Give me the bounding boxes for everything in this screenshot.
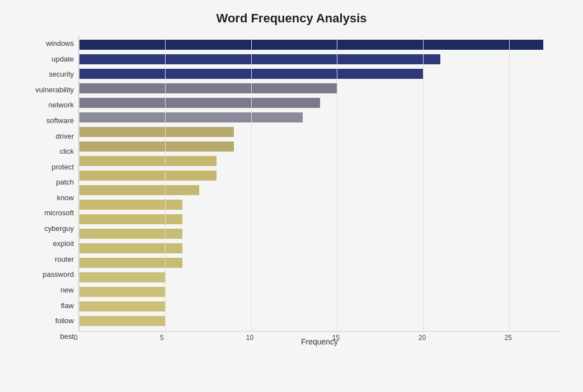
y-label: update bbox=[51, 52, 74, 65]
bar bbox=[79, 200, 182, 210]
bar bbox=[79, 156, 217, 166]
chart-title: Word Frequency Analysis bbox=[22, 11, 561, 26]
bar bbox=[79, 316, 165, 326]
grid-line bbox=[337, 36, 337, 331]
bar-row bbox=[79, 169, 561, 182]
bar bbox=[79, 272, 165, 282]
bar bbox=[79, 127, 234, 137]
grid-line bbox=[79, 36, 79, 331]
bars-region bbox=[78, 36, 561, 332]
grid-line bbox=[509, 36, 510, 331]
chart-container: Word Frequency Analysis windowsupdatesec… bbox=[0, 0, 583, 392]
y-label: new bbox=[60, 284, 74, 297]
bar bbox=[79, 171, 217, 181]
bar bbox=[79, 258, 182, 268]
y-label: know bbox=[57, 191, 74, 204]
bar-row bbox=[79, 314, 561, 328]
y-label: best bbox=[60, 329, 74, 343]
bar bbox=[79, 98, 320, 108]
y-label: follow bbox=[55, 314, 74, 328]
chart-area: windowsupdatesecurityvulnerabilitynetwor… bbox=[22, 36, 561, 344]
bar bbox=[79, 54, 440, 64]
y-label: windows bbox=[46, 37, 74, 50]
bar bbox=[79, 301, 165, 311]
bars-and-x: 0510152025 Frequency bbox=[78, 36, 561, 344]
grid-line bbox=[423, 36, 424, 331]
y-label: patch bbox=[56, 176, 74, 189]
bar-row bbox=[79, 53, 561, 66]
y-label: click bbox=[60, 145, 74, 158]
bar-row bbox=[79, 96, 561, 110]
bar-row bbox=[79, 82, 561, 95]
y-label: password bbox=[43, 268, 74, 281]
bar-row bbox=[79, 242, 561, 255]
bar-row bbox=[79, 227, 561, 240]
bar-row bbox=[79, 256, 561, 270]
bar-row bbox=[79, 38, 561, 51]
bar-row bbox=[79, 212, 561, 226]
y-label: driver bbox=[55, 129, 74, 143]
y-label: security bbox=[49, 68, 74, 81]
bar bbox=[79, 214, 182, 224]
x-tick: 25 bbox=[505, 334, 512, 342]
bar bbox=[79, 229, 182, 239]
grid-line bbox=[251, 36, 252, 331]
bar-row bbox=[79, 140, 561, 153]
bar-row bbox=[79, 111, 561, 124]
bar-row bbox=[79, 285, 561, 299]
x-tick: 5 bbox=[160, 334, 164, 342]
x-axis: 0510152025 bbox=[78, 332, 561, 334]
bar-row bbox=[79, 271, 561, 284]
x-tick: 10 bbox=[246, 334, 253, 342]
x-axis-label: Frequency bbox=[78, 337, 561, 346]
x-tick: 20 bbox=[419, 334, 426, 342]
y-label: software bbox=[46, 114, 74, 127]
y-label: protect bbox=[51, 160, 74, 173]
bar bbox=[79, 185, 199, 195]
y-label: vulnerability bbox=[35, 83, 74, 96]
bar bbox=[79, 141, 234, 152]
bar bbox=[79, 83, 337, 93]
bars-wrapper bbox=[79, 36, 561, 331]
bar bbox=[79, 287, 165, 297]
bar-row bbox=[79, 154, 561, 168]
grid-line bbox=[165, 36, 166, 331]
bar bbox=[79, 112, 303, 122]
y-label: network bbox=[48, 98, 74, 112]
y-axis: windowsupdatesecurityvulnerabilitynetwor… bbox=[22, 36, 78, 344]
bar-row bbox=[79, 198, 561, 211]
y-label: exploit bbox=[53, 237, 74, 251]
x-tick: 0 bbox=[74, 334, 78, 342]
bar bbox=[79, 243, 182, 253]
bar-row bbox=[79, 125, 561, 139]
y-label: flaw bbox=[61, 299, 74, 312]
bar bbox=[79, 40, 543, 50]
y-label: microsoft bbox=[44, 206, 74, 220]
bar-row bbox=[79, 183, 561, 197]
y-label: cyberguy bbox=[44, 221, 74, 235]
bar-row bbox=[79, 67, 561, 81]
x-tick: 15 bbox=[332, 334, 340, 342]
bar-row bbox=[79, 300, 561, 313]
y-label: router bbox=[55, 252, 74, 266]
